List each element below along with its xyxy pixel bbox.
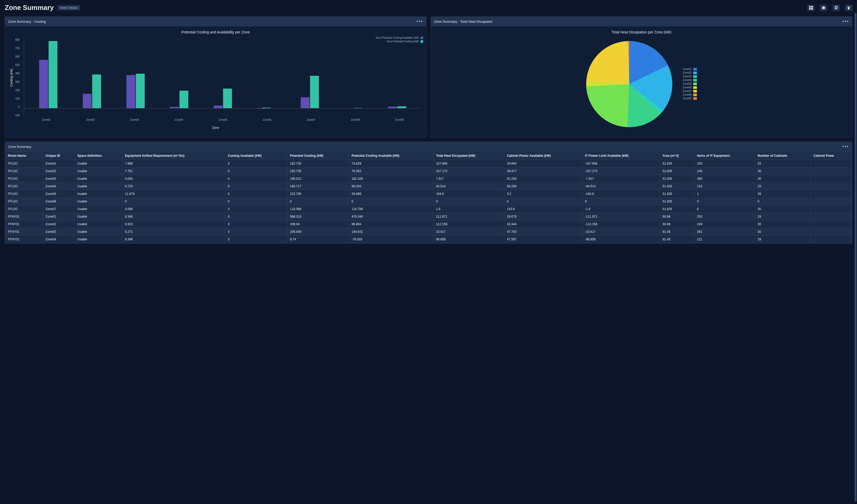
x-tick-label: Zone07 (307, 118, 316, 121)
x-tick-label: Zone03 (130, 118, 139, 121)
svg-rect-3 (811, 8, 813, 10)
table-row[interactable]: FFLDCZone02Usable7.7510182.73575.563107.… (5, 167, 852, 175)
bar-group (201, 38, 245, 117)
table-cell: 51.835 (660, 198, 694, 205)
table-cell: -88.658 (582, 236, 660, 243)
panel-table: Zone Summary ••• Room NameUnique IDSpace… (5, 141, 852, 243)
column-header[interactable]: Cooling Available (kW) (225, 152, 287, 160)
table-row[interactable]: FFLDCZone06Usable000000051.83500 (5, 198, 852, 205)
column-header[interactable]: Cabinet Power Available (kW) (504, 152, 582, 160)
table-cell: Zone01 (43, 213, 75, 220)
table-cell: 112.156 (433, 220, 504, 228)
table-cell: 74.829 (349, 160, 433, 167)
table-cell: 29 (755, 236, 811, 243)
table-cell: 8.923 (122, 220, 225, 228)
more-details-button[interactable]: More Details (57, 5, 80, 11)
topbar: Zone Summary More Details (0, 0, 857, 13)
panel-menu-icon[interactable]: ••• (417, 19, 423, 24)
legend-label: Zone08 (683, 93, 692, 96)
table-cell: 245 (694, 167, 755, 175)
table-cell: 0 (225, 228, 287, 236)
column-header[interactable]: Unique ID (43, 152, 75, 160)
bar-group (245, 38, 288, 117)
legend-label: Zone03 (683, 75, 692, 78)
column-header[interactable]: Potential Cooling Available (kW) (349, 152, 433, 160)
table-row[interactable]: FFLDCZone01Usable7.6860182.73574.829107.… (5, 160, 852, 167)
table-cell: 476.348 (349, 213, 433, 220)
table-cell: 0 (225, 198, 287, 205)
dashboard-icon[interactable] (807, 5, 815, 11)
table-row[interactable]: FFLDCZone07Usable0.0960118.389116.7891.6… (5, 205, 852, 213)
table-cell: 30 (755, 205, 811, 213)
bar-group (332, 38, 375, 117)
column-header[interactable]: Number of Cabinets (755, 152, 811, 160)
table-row[interactable]: FFNY01Zone02Usable8.9230199.0486.884112.… (5, 220, 852, 228)
table-cell: 75.563 (349, 167, 433, 175)
table-cell (811, 213, 852, 220)
table-cell: 0 (225, 190, 287, 198)
copy-icon[interactable] (833, 5, 840, 11)
column-header[interactable]: IT Power Limit Available (kW) (582, 152, 660, 160)
table-cell: 60.96 (660, 220, 694, 228)
table-cell: 0 (755, 198, 811, 205)
bar (127, 75, 135, 108)
table-cell: 99.204 (349, 183, 433, 190)
table-cell: Usable (75, 190, 122, 198)
bar (136, 74, 145, 108)
table-cell: 182.735 (287, 160, 349, 167)
table-cell: 29 (755, 213, 811, 220)
column-header[interactable]: Space Definition (75, 152, 122, 160)
table-row[interactable]: FFNY01Zone04Usable8.34609.74-78.91888.65… (5, 236, 852, 243)
table-cell: 51.835 (660, 160, 694, 167)
panel-menu-icon[interactable]: ••• (842, 144, 849, 149)
table-cell: 60.96 (660, 213, 694, 220)
table-cell: FFNY01 (5, 213, 43, 220)
table-cell: 0.096 (122, 205, 225, 213)
column-header[interactable]: Cabinet Powe (811, 152, 852, 160)
table-cell: 0 (694, 198, 755, 205)
table-cell: -78.918 (349, 236, 433, 243)
table-cell: FFLDC (5, 198, 43, 205)
table-cell: Zone03 (43, 228, 75, 236)
table-cell: 3.2 (504, 190, 582, 198)
column-header[interactable]: Items of IT Equipment (694, 152, 755, 160)
x-tick-label: Zone08 (351, 118, 360, 121)
table-row[interactable]: FFLDCZone03Usable5.0630190.022182.1057.9… (5, 175, 852, 183)
table-cell: 111.971 (433, 213, 504, 220)
table-row[interactable]: FFNY01Zone01Usable8.3460588.319476.34811… (5, 213, 852, 220)
column-header[interactable]: Total Heat Dissipated (kW) (433, 152, 504, 160)
delete-icon[interactable] (845, 5, 852, 11)
table-cell: 7.686 (122, 160, 225, 167)
table-cell: 6 (694, 205, 755, 213)
table-cell: 51.835 (660, 205, 694, 213)
column-header[interactable]: Equipment Airflow Requirement (m^3/s) (122, 152, 225, 160)
panel-menu-icon[interactable]: ••• (842, 19, 849, 24)
legend-swatch (693, 79, 697, 82)
scrollbar[interactable] (855, 13, 856, 501)
table-cell: 51.835 (660, 167, 694, 175)
table-cell: 0 (225, 236, 287, 243)
table-cell: -7.917 (582, 175, 660, 183)
table-cell: 84.514 (433, 183, 504, 190)
table-row[interactable]: FFNY01Zone03Usable5.2710205.049194.63210… (5, 228, 852, 236)
table-cell: 29 (755, 183, 811, 190)
column-header[interactable]: Potential Cooling (kW) (287, 152, 349, 160)
bar (310, 76, 319, 108)
column-header[interactable]: Room Name (5, 152, 43, 160)
table-cell: -1.6 (582, 205, 660, 213)
table-cell: Usable (75, 220, 122, 228)
table-row[interactable]: FFLDCZone05Usable11.0740223.78828.988194… (5, 190, 852, 198)
table-row[interactable]: FFLDCZone04Usable6.7250183.71799.20484.5… (5, 183, 852, 190)
column-header[interactable]: Area (m^2) (660, 152, 694, 160)
table-cell: 5.063 (122, 175, 225, 183)
cooling-chart-title: Potential Cooling and Availability per Z… (10, 30, 422, 34)
bar (301, 97, 309, 108)
cooling-x-label: Zone (10, 126, 422, 130)
table-cell (811, 198, 852, 205)
table-cell (811, 167, 852, 175)
print-icon[interactable] (820, 5, 827, 11)
table-cell: 0 (582, 198, 660, 205)
bar (92, 74, 101, 108)
x-tick-label: Zone01 (42, 118, 51, 121)
table-cell: 190.022 (287, 175, 349, 183)
